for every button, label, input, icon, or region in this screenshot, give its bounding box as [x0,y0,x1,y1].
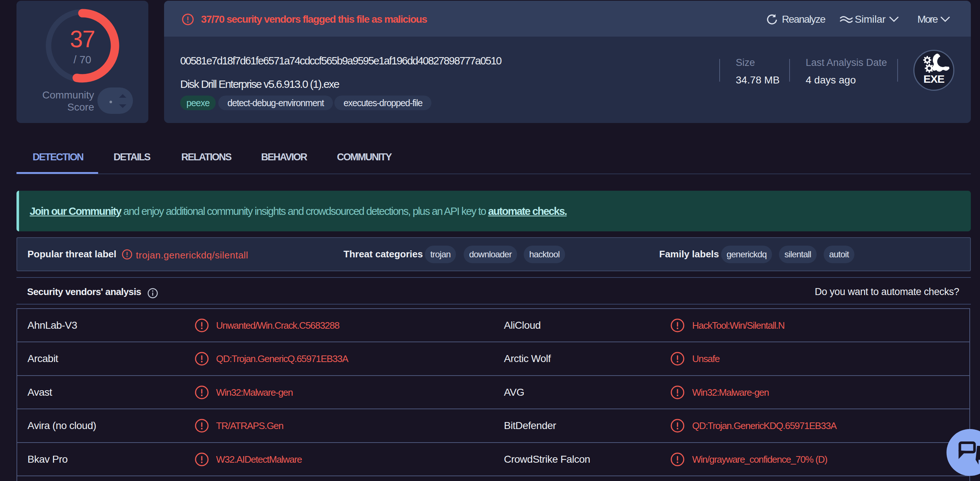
svg-text:EXE: EXE [923,73,944,85]
